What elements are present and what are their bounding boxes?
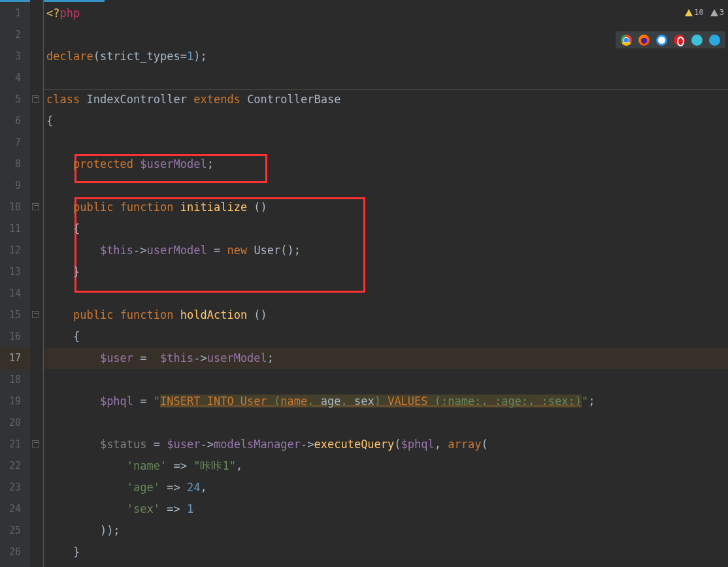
line-number[interactable]: 16 [0,326,30,348]
code-line[interactable]: )); [44,520,728,542]
code-line[interactable]: { [44,110,728,132]
fold-toggle-icon[interactable] [32,95,39,103]
line-number[interactable]: 5 [0,89,30,110]
code-line[interactable]: 'age' => 24, [44,477,728,498]
line-number[interactable]: 9 [0,175,30,197]
fold-toggle-icon[interactable] [32,203,39,210]
code-line[interactable]: 'sex' => 1 [44,498,728,520]
code-line[interactable]: protected $userModel; [44,154,728,175]
line-number[interactable]: 15 [0,304,30,326]
line-number-gutter[interactable]: 1 2 3 4 5 6 7 8 9 10 11 12 13 14 15 16 1… [0,0,30,567]
fold-toggle-icon[interactable] [32,311,39,318]
line-number[interactable]: 11 [0,218,30,240]
line-number[interactable]: 7 [0,132,30,154]
code-line[interactable]: <?php [44,3,728,24]
code-line[interactable]: declare(strict_types=1); [44,46,728,67]
code-line[interactable]: } [44,542,728,563]
code-line[interactable]: class IndexController extends Controller… [44,89,728,110]
line-number[interactable]: 6 [0,110,30,132]
code-line[interactable]: public function initialize () [44,197,728,218]
code-area[interactable]: <?php declare(strict_types=1); class Ind… [43,0,728,567]
line-number[interactable]: 13 [0,261,30,283]
line-number[interactable]: 1 [0,3,30,24]
fold-toggle-icon[interactable] [32,440,39,447]
code-line[interactable] [44,175,728,197]
line-number[interactable]: 22 [0,455,30,477]
code-line[interactable]: $this->userModel = new User(); [44,240,728,261]
code-line[interactable]: } [44,261,728,283]
line-number[interactable]: 12 [0,240,30,261]
code-line[interactable]: public function holdAction () [44,304,728,326]
line-number[interactable]: 24 [0,498,30,520]
fold-column[interactable] [30,0,43,567]
code-line[interactable]: $phql = "INSERT INTO User (name, age, se… [44,391,728,412]
line-number[interactable]: 18 [0,369,30,391]
line-number[interactable]: 8 [0,154,30,175]
line-number[interactable]: 17 [0,348,30,369]
code-line[interactable]: 'name' => "咔咔1", [44,455,728,477]
line-number[interactable]: 23 [0,477,30,498]
code-line[interactable]: { [44,326,728,348]
line-number[interactable]: 2 [0,24,30,46]
line-number[interactable]: 4 [0,67,30,89]
code-line[interactable]: $status = $user->modelsManager->executeQ… [44,434,728,455]
code-line-current[interactable]: $user = $this->userModel; [44,348,728,369]
line-number[interactable]: 25 [0,520,30,542]
line-number[interactable]: 3 [0,46,30,67]
code-editor[interactable]: 10 3 1 2 3 4 5 6 7 8 9 10 11 12 13 14 15… [0,0,728,567]
code-line[interactable]: { [44,218,728,240]
code-line[interactable] [44,132,728,154]
line-number[interactable]: 26 [0,542,30,563]
line-number[interactable]: 10 [0,197,30,218]
code-line[interactable] [44,369,728,391]
code-line[interactable] [44,412,728,434]
code-line[interactable] [44,24,728,46]
line-number[interactable]: 21 [0,434,30,455]
line-number[interactable]: 14 [0,283,30,304]
line-number[interactable]: 20 [0,412,30,434]
line-number[interactable]: 19 [0,391,30,412]
code-line[interactable] [44,283,728,304]
code-line[interactable] [44,67,728,89]
